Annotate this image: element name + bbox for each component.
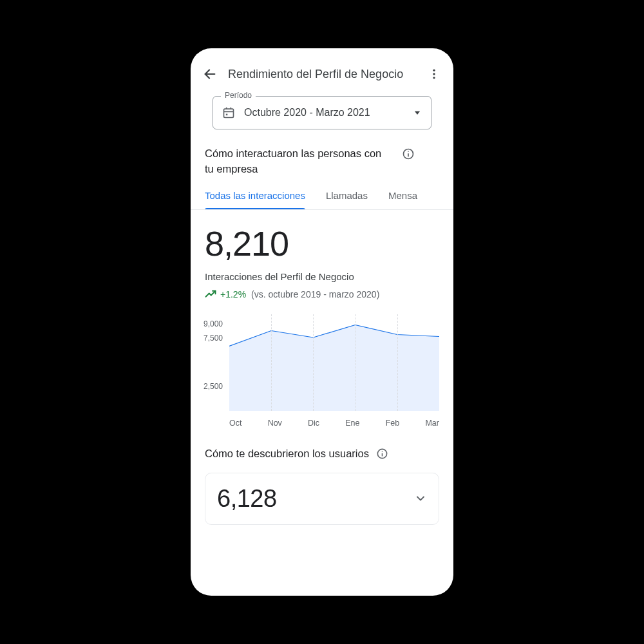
gridline xyxy=(355,314,356,411)
y-tick-label: 7,500 xyxy=(201,333,225,343)
svg-point-1 xyxy=(433,70,435,71)
svg-point-12 xyxy=(408,151,409,152)
x-tick-label: Mar xyxy=(425,419,439,428)
discover-heading: Cómo te descubrieron los usuarios xyxy=(205,448,369,460)
x-tick-label: Ene xyxy=(345,419,359,428)
info-icon xyxy=(376,448,388,460)
app-bar: Rendimiento del Perfil de Negocio xyxy=(191,48,453,93)
calendar-icon xyxy=(222,106,235,119)
gridline xyxy=(271,314,272,411)
tab-2[interactable]: Mensa xyxy=(388,190,417,209)
svg-point-3 xyxy=(433,77,435,79)
period-wrap: Período Octubre 2020 - Marzo 2021 xyxy=(191,93,453,146)
metric-label: Interacciones del Perfil de Negocio xyxy=(205,271,439,282)
back-button[interactable] xyxy=(200,64,220,84)
info-button-discover[interactable] xyxy=(375,447,390,461)
interaction-heading: Cómo interactuaron las personas con tu e… xyxy=(205,146,392,177)
metric-value: 8,210 xyxy=(205,225,439,262)
chart-plot: 9,0007,5002,500 xyxy=(229,314,439,411)
svg-point-15 xyxy=(382,451,383,452)
chevron-down-icon xyxy=(413,108,422,117)
discover-card-value: 6,128 xyxy=(217,485,277,513)
svg-point-2 xyxy=(433,73,435,75)
x-tick-label: Oct xyxy=(229,419,242,428)
y-tick-label: 2,500 xyxy=(201,381,225,392)
chart-x-axis: OctNovDicEneFebMar xyxy=(229,419,439,428)
delta-up: +1.2% xyxy=(205,289,246,300)
chart: 9,0007,5002,500 OctNovDicEneFebMar xyxy=(191,300,453,428)
tab-0[interactable]: Todas las interacciones xyxy=(205,190,305,209)
trending-up-icon xyxy=(205,289,216,300)
arrow-left-icon xyxy=(203,67,217,81)
tab-1[interactable]: Llamadas xyxy=(326,190,368,209)
period-legend: Período xyxy=(221,91,256,100)
more-vert-icon xyxy=(428,68,440,80)
gridline xyxy=(397,314,398,411)
tabs: Todas las interaccionesLlamadasMensa xyxy=(191,190,453,210)
metric-block: 8,210 Interacciones del Perfil de Negoci… xyxy=(191,210,453,300)
period-value: Octubre 2020 - Marzo 2021 xyxy=(244,107,404,118)
interaction-section-head: Cómo interactuaron las personas con tu e… xyxy=(191,146,453,177)
metric-delta: +1.2% (vs. octubre 2019 - marzo 2020) xyxy=(205,289,439,300)
info-icon xyxy=(402,147,415,160)
delta-compare: (vs. octubre 2019 - marzo 2020) xyxy=(251,289,379,299)
x-tick-label: Dic xyxy=(308,419,319,428)
chevron-down-icon xyxy=(414,492,427,505)
x-tick-label: Nov xyxy=(268,419,282,428)
discover-card[interactable]: 6,128 xyxy=(205,473,439,525)
svg-rect-8 xyxy=(226,114,228,116)
svg-rect-4 xyxy=(224,109,234,117)
more-button[interactable] xyxy=(424,64,444,84)
discover-section-head: Cómo te descubrieron los usuarios xyxy=(191,428,453,461)
gridline xyxy=(313,314,314,411)
x-tick-label: Feb xyxy=(386,419,400,428)
phone-frame: Rendimiento del Perfil de Negocio Períod… xyxy=(191,48,453,596)
y-tick-label: 9,000 xyxy=(201,319,225,329)
page-title: Rendimiento del Perfil de Negocio xyxy=(228,68,416,81)
info-button[interactable] xyxy=(401,146,416,162)
chart-svg xyxy=(229,314,439,411)
svg-marker-9 xyxy=(415,111,420,115)
delta-pct: +1.2% xyxy=(220,289,246,299)
period-selector[interactable]: Período Octubre 2020 - Marzo 2021 xyxy=(213,96,431,129)
